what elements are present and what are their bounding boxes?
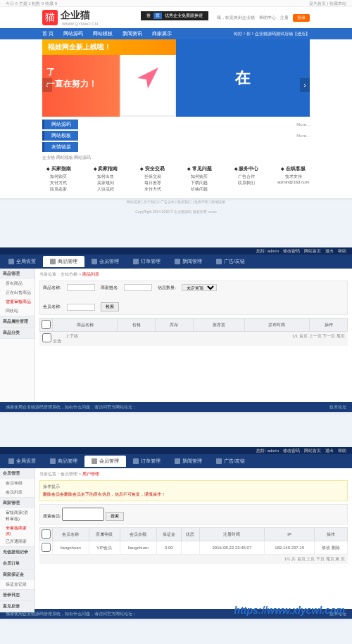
footer-forum-link[interactable]: 技术论坛 [329,404,346,411]
help-link[interactable]: 帮助中心 [259,15,276,21]
logout-link[interactable]: 退出 [325,248,334,255]
logout-link[interactable]: 退出 [325,448,334,454]
col-link[interactable]: 如何购买 [183,174,216,180]
select-count[interactable]: 未定置顶 [182,284,217,291]
input-shop[interactable] [124,284,152,291]
tab-products[interactable]: 商品管理 [43,256,84,267]
col-h: 常见问题 [183,165,216,172]
help-link[interactable]: 帮助 [338,448,346,454]
tab-template[interactable]: 网站模板 [42,131,78,141]
col-link[interactable]: 担保交易 [136,174,169,180]
logo[interactable]: 猫 企业猫 WWW.QYMAO.CN [42,9,98,26]
news-icon [175,259,180,264]
side-h[interactable]: 登录日志 [0,590,34,600]
side-item[interactable]: 会员等级 [0,479,34,488]
nav-shop-link[interactable]: 你好！你！企业猫源码测试店铺【进店】 [234,31,310,37]
site-home-link[interactable]: 网站首页 [304,248,321,255]
col-link[interactable]: 每日推荐 [136,180,169,186]
more-link[interactable]: More... [296,122,310,127]
tab-source[interactable]: 网站源码 [42,120,78,129]
side-item-unverified[interactable]: 未审核商家(0) [0,524,34,537]
search-button[interactable]: 搜索 [106,512,124,521]
crumb-cat[interactable]: 会员管理 [61,472,77,476]
col-link[interactable]: 卖家规则 [89,180,122,186]
change-pwd-link[interactable]: 修改密码 [283,248,300,255]
side-item[interactable]: 回收站 [0,307,34,316]
side-h[interactable]: 会员订单 [0,558,34,569]
tab-ads[interactable]: 广告/友链 [209,456,252,467]
pagination[interactable]: 1/1 首页 上一页 下一页 尾页 [292,333,345,344]
side-item[interactable]: 保证金记录 [0,580,34,589]
footer-links[interactable]: 网站首页 | 关于我们 | 广告合作 | 联系我们 | 免责声明 | 友情链接 [0,197,352,207]
table-header: 商品名称 价格 库存 推荐置 发布时间 操作 [40,318,348,332]
cell-name[interactable]: liangchuan [53,541,89,555]
side-item[interactable]: 所有商品 [0,279,34,288]
nav-news[interactable]: 新闻资讯 [122,30,142,37]
register-link[interactable]: 注册 [280,15,289,21]
col-link[interactable]: 入驻流程 [89,186,122,193]
login-button[interactable]: 登录 [293,14,310,22]
row-check[interactable] [42,543,51,552]
carousel-next[interactable]: › [300,78,310,92]
side-item[interactable]: 已开通商家 [0,537,34,546]
col-link[interactable]: 如何出售 [89,174,122,180]
side-item-pending[interactable]: 需要审核商品 [0,297,34,307]
input-member[interactable] [67,304,95,311]
nav-template[interactable]: 网站模板 [93,30,113,37]
col-link[interactable]: 联系卖家 [42,186,75,193]
tab-global[interactable]: 全局设置 [1,256,43,267]
crumb-cat[interactable]: 全站分类 [61,272,77,276]
tab-products[interactable]: 商品管理 [43,456,84,467]
cell-actions[interactable]: 修改 删除 [315,541,348,555]
tab-members[interactable]: 会员管理 [84,256,126,267]
tab-links[interactable]: 友情链接 [42,142,78,152]
side-h[interactable]: 商品分类 [0,328,34,338]
side-item[interactable]: 会员列表 [0,488,34,497]
table-header: 会员名称 所属等级 会员余额 保证金 状态 注册时间 IP 操作 [40,528,348,541]
col-link[interactable]: 联系我们 [230,180,263,186]
tab-members[interactable]: 会员管理 [84,456,126,467]
check-all-foot[interactable] [42,333,51,342]
tab-global[interactable]: 全局设置 [1,456,43,467]
footer-columns: 买家指南如何购买支付方式联系卖家 卖家指南如何出售卖家规则入驻流程 安全交易担保… [42,165,310,193]
nav-shops[interactable]: 商家展示 [152,30,172,37]
tab-orders[interactable]: 订单管理 [126,256,168,267]
change-pwd-link[interactable]: 修改密码 [283,448,300,454]
col-link[interactable]: 如何购买 [42,174,75,180]
side-item[interactable]: 正在出售商品 [0,288,34,297]
side-item[interactable]: 审核商家(资料审核) [0,508,34,524]
th: 操作 [315,528,348,541]
nav-source[interactable]: 网站源码 [63,30,83,37]
col-link[interactable]: 支付方式 [136,186,169,193]
cell-deposit: 0.00 [156,541,181,555]
tab-orders[interactable]: 订单管理 [126,456,168,467]
carousel-prev[interactable]: ‹ [42,78,52,92]
side-h[interactable]: 商品属性管理 [0,316,34,327]
pagination[interactable]: 1/1 共 首页 上页 下页 尾页 第 页 [284,556,345,562]
nav-home[interactable]: 首 页 [42,30,54,37]
nav-links: 首 页 网站源码 网站模板 新闻资讯 商家展示 [42,30,172,37]
tab-news[interactable]: 新闻管理 [168,456,209,467]
tab-ads[interactable]: 广告/友链 [209,256,252,267]
input-name[interactable] [67,284,95,291]
table-row: liangchuan VIP会员 liangchuan 0.00 2016-08… [40,541,348,555]
col-link[interactable]: 支付方式 [42,180,75,186]
move-btn[interactable]: 上下移 [65,333,78,344]
top-links[interactable]: 设为首页 | 收藏本站 [309,1,346,6]
col-link[interactable]: 广告合作 [230,174,263,180]
search-button[interactable]: 检索 [101,302,119,311]
more-link[interactable]: More... [296,134,310,138]
select-all-label[interactable]: 全选 [53,339,61,343]
th: 注册时间 [199,528,264,541]
site-home-link[interactable]: 网站首页 [304,448,321,454]
col-link[interactable]: 技术支持 [277,174,310,180]
tab-news[interactable]: 新闻管理 [168,256,209,267]
check-all[interactable] [42,320,51,329]
col-link[interactable]: 下载问题 [183,180,216,186]
check-all[interactable] [42,529,51,539]
side-h[interactable]: 充值提现记录 [0,547,34,558]
help-link[interactable]: 帮助 [338,248,346,255]
input-search[interactable] [62,508,104,521]
col-link[interactable]: admin@163.com [277,180,310,184]
col-link[interactable]: 价格问题 [183,186,216,193]
